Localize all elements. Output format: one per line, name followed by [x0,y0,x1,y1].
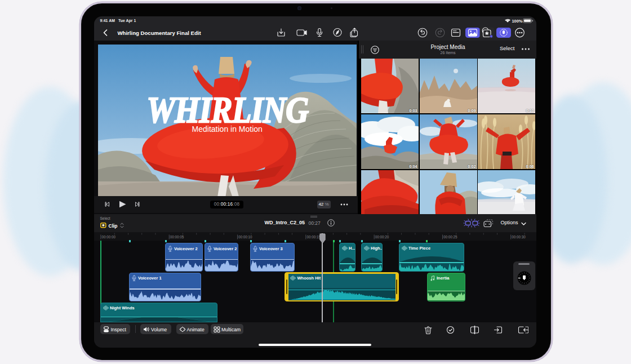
svg-text:100%: 100% [512,19,522,24]
